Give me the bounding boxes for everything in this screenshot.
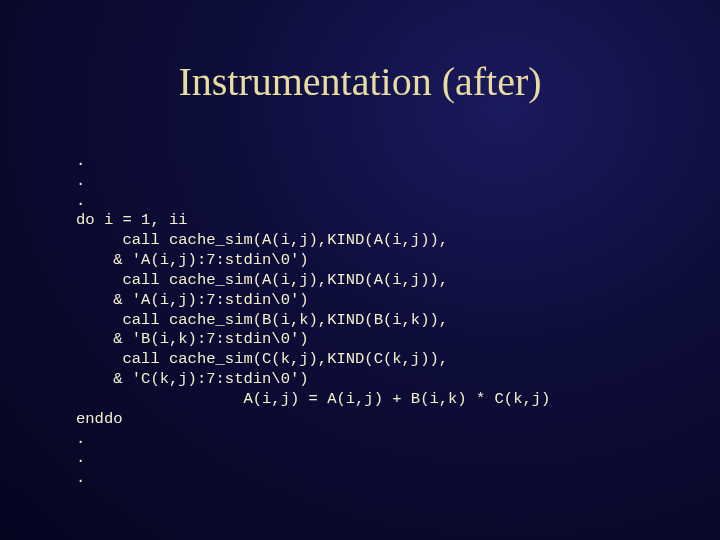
slide: Instrumentation (after) . . . do i = 1, …	[0, 0, 720, 540]
slide-title: Instrumentation (after)	[0, 0, 720, 105]
code-block: . . . do i = 1, ii call cache_sim(A(i,j)…	[76, 152, 550, 489]
